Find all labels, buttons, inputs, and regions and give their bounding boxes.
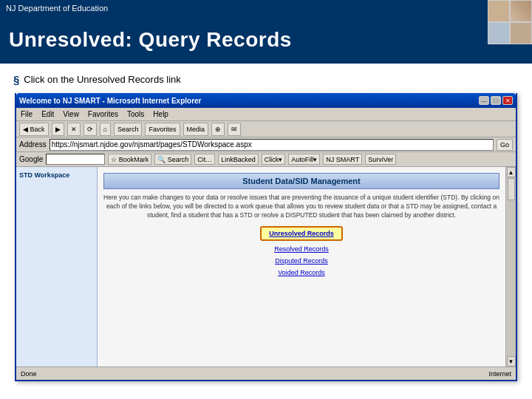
- forward-button[interactable]: ▶: [52, 123, 64, 136]
- scroll-down-arrow[interactable]: ▼: [507, 356, 516, 366]
- google-search-input[interactable]: [46, 154, 105, 165]
- go-button[interactable]: Go: [497, 139, 513, 151]
- links-section: Unresolved Records Resolved Records Disp…: [103, 226, 499, 276]
- browser-titlebar: Welcome to NJ SMART - Microsoft Internet…: [16, 93, 516, 108]
- resolved-records-link[interactable]: Resolved Records: [274, 245, 329, 253]
- scroll-up-arrow[interactable]: ▲: [507, 167, 516, 177]
- content-header-box: Student Data/SID Management: [103, 173, 499, 189]
- close-button[interactable]: ✕: [502, 96, 513, 105]
- browser-window: Welcome to NJ SMART - Microsoft Internet…: [15, 93, 517, 381]
- browser-content: STD Workspace Student Data/SID Managemen…: [16, 167, 516, 366]
- autofill-button[interactable]: AutoFill▾: [288, 154, 320, 165]
- photo-4: [510, 22, 532, 44]
- top-bar: NJ Department of Education: [0, 0, 532, 16]
- photo-2: [510, 0, 532, 22]
- surviver-button[interactable]: SurviVer: [365, 154, 396, 165]
- browser-statusbar: Done Internet: [16, 366, 516, 380]
- google-label: Google: [19, 155, 43, 163]
- maximize-button[interactable]: □: [491, 96, 501, 105]
- mail-button[interactable]: ✉: [228, 123, 241, 136]
- menu-edit[interactable]: Edit: [40, 110, 55, 118]
- refresh-button[interactable]: ⟳: [83, 123, 97, 136]
- top-bar-label: NJ Department of Education: [6, 4, 108, 13]
- content-description: Here you can make changes to your data o…: [103, 194, 499, 220]
- click-button[interactable]: Click▾: [262, 154, 286, 165]
- instruction-row: § Click on the Unresolved Records link: [13, 74, 519, 86]
- content-header-title: Student Data/SID Management: [110, 177, 493, 185]
- main-body: § Click on the Unresolved Records link W…: [0, 64, 532, 392]
- voided-records-link[interactable]: Voided Records: [278, 269, 325, 276]
- favorites-button[interactable]: Favorites: [145, 123, 180, 136]
- menu-tools[interactable]: Tools: [126, 110, 146, 118]
- content-main: Student Data/SID Management Here you can…: [98, 167, 505, 366]
- bookmark-button[interactable]: ☆ BookMark: [108, 154, 151, 165]
- scroll-thumb[interactable]: [508, 178, 515, 200]
- home-button[interactable]: ⌂: [100, 123, 111, 136]
- address-label: Address: [19, 140, 47, 149]
- photo-1: [488, 0, 510, 22]
- google-toolbar: Google ☆ BookMark 🔍 Search Cit… LinkBack…: [16, 152, 516, 167]
- page-title: Unresolved: Query Records: [9, 28, 292, 52]
- left-nav: STD Workspace: [16, 167, 98, 366]
- linkbacked-button[interactable]: LinkBacked: [218, 154, 259, 165]
- media-button[interactable]: Media: [183, 123, 209, 136]
- menu-favorites[interactable]: Favorites: [86, 110, 120, 118]
- scrollbar[interactable]: ▲ ▼: [505, 167, 516, 366]
- scroll-track[interactable]: [507, 177, 516, 356]
- bullet-icon: §: [13, 73, 19, 86]
- window-controls: — □ ✕: [479, 96, 513, 105]
- instruction-label: Click on the Unresolved Records link: [24, 74, 180, 85]
- address-input[interactable]: [50, 139, 494, 151]
- left-nav-title: STD Workspace: [19, 171, 94, 179]
- disputed-records-link[interactable]: Disputed Records: [275, 257, 328, 265]
- stop-button[interactable]: ✕: [67, 123, 81, 136]
- status-zone: Internet: [488, 370, 511, 378]
- cit-button[interactable]: Cit…: [194, 154, 215, 165]
- back-button[interactable]: ◀ Back: [19, 123, 49, 136]
- google-search-button[interactable]: 🔍 Search: [154, 154, 191, 165]
- photo-3: [488, 22, 510, 44]
- minimize-button[interactable]: —: [479, 96, 489, 105]
- search-button[interactable]: Search: [114, 123, 143, 136]
- status-text: Done: [21, 370, 37, 378]
- page-header: Unresolved: Query Records: [0, 16, 532, 64]
- unresolved-records-link[interactable]: Unresolved Records: [260, 226, 343, 241]
- browser-toolbar: ◀ Back ▶ ✕ ⟳ ⌂ Search Favorites Media ⊕ …: [16, 121, 516, 137]
- menu-view[interactable]: View: [61, 110, 81, 118]
- njsmart-button[interactable]: NJ SMART: [323, 154, 362, 165]
- browser-menubar: File Edit View Favorites Tools Help: [16, 108, 516, 121]
- history-button[interactable]: ⊕: [211, 123, 225, 136]
- header-photos: [488, 0, 532, 44]
- menu-help[interactable]: Help: [151, 110, 170, 118]
- browser-title: Welcome to NJ SMART - Microsoft Internet…: [19, 97, 202, 105]
- address-bar-row: Address Go: [16, 137, 516, 152]
- menu-file[interactable]: File: [19, 110, 34, 118]
